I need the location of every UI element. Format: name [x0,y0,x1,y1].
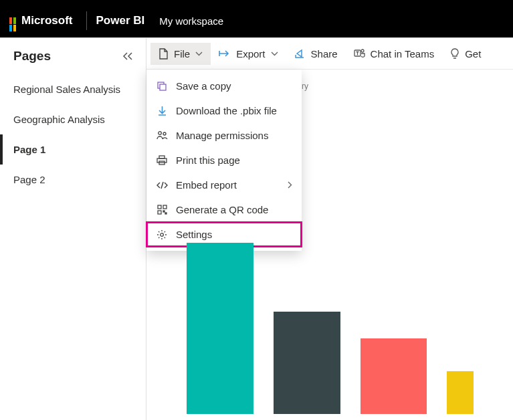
file-menu-button[interactable]: File [150,43,211,65]
export-label: Export [236,48,265,60]
workspace-breadcrumb[interactable]: My workspace [159,15,223,27]
report-canvas: ry [146,70,513,420]
bar-2 [274,312,340,414]
svg-point-1 [361,49,364,52]
microsoft-label: Microsoft [21,14,73,27]
export-button[interactable]: Export [211,43,286,65]
get-insights-button[interactable]: Get [442,43,489,65]
chat-teams-button[interactable]: Chat in Teams [346,43,443,65]
chevron-down-icon [195,51,203,56]
bar-1 [187,243,253,414]
teams-icon [354,48,365,59]
page-item[interactable]: Page 2 [0,165,146,195]
page-item[interactable]: Regional Sales Analysis [0,74,146,104]
get-label: Get [465,48,481,60]
bar-chart[interactable] [187,243,474,414]
lightbulb-icon [450,48,459,60]
bar-3 [361,338,427,414]
main-area: File Export Share Chat in Tea [146,38,513,420]
toolbar: File Export Share Chat in Tea [146,38,513,70]
export-icon [219,49,231,58]
collapse-icon[interactable] [122,51,134,61]
share-label: Share [311,48,338,60]
pages-sidebar: Pages Regional Sales Analysis Geographic… [0,38,146,420]
chat-label: Chat in Teams [371,48,435,60]
microsoft-logo-icon [9,17,16,24]
product-label[interactable]: Power BI [96,14,145,27]
file-icon [159,48,169,60]
share-button[interactable]: Share [286,43,346,65]
chevron-down-icon [271,51,278,56]
bar-4 [447,371,474,414]
page-item[interactable]: Page 1 [0,134,146,165]
canvas-partial-text: ry [302,82,308,91]
page-item[interactable]: Geographic Analysis [0,104,146,134]
app-header: Microsoft Power BI My workspace [0,4,513,37]
sidebar-title: Pages [13,49,51,64]
share-icon [294,49,306,59]
file-label: File [174,48,190,60]
divider [86,11,87,30]
